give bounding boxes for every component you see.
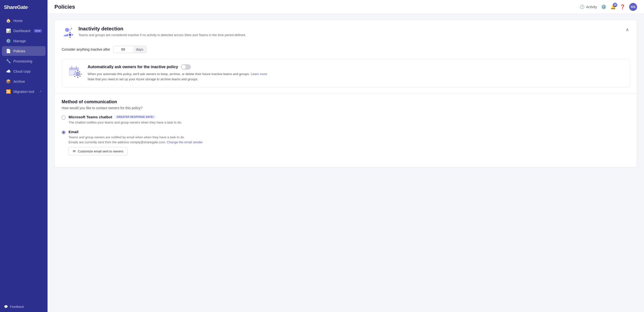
clock-icon: 🕐 xyxy=(580,4,584,9)
sidebar-item-migration-tool[interactable]: 🔀 Migration tool ↗ xyxy=(2,87,46,96)
radio-teams-chatbot[interactable] xyxy=(62,116,66,120)
manage-icon: ⚙️ xyxy=(6,38,11,43)
help-button[interactable]: ❓ xyxy=(620,4,625,10)
archive-icon: 📦 xyxy=(6,79,11,84)
customize-btn-label: Customize email sent to owners xyxy=(78,150,123,153)
user-avatar[interactable]: GS xyxy=(629,3,637,11)
inactive-days-input[interactable] xyxy=(113,46,133,53)
email-title-row: Email xyxy=(68,130,630,134)
radio-option-teams-chatbot[interactable]: Microsoft Teams chatbot GREATER RESPONSE… xyxy=(62,115,630,125)
auto-ask-icon xyxy=(68,64,83,79)
feedback-icon: 💬 xyxy=(4,305,8,309)
svg-rect-18 xyxy=(74,74,75,75)
sidebar-item-label: Migration tool xyxy=(13,90,34,94)
collapse-button[interactable]: ∧ xyxy=(625,26,630,33)
svg-point-15 xyxy=(77,73,78,75)
auto-ask-title: Automatically ask owners for the inactiv… xyxy=(88,65,178,69)
activity-button[interactable]: 🕐 Activity xyxy=(580,4,597,9)
dashboard-icon: 📊 xyxy=(6,28,11,33)
sidebar-item-provisioning[interactable]: 🔧 Provisioning xyxy=(2,56,46,66)
greater-response-badge: GREATER RESPONSE RATE! xyxy=(114,115,156,119)
sidebar-item-label: Home xyxy=(13,19,22,23)
section-divider xyxy=(55,93,637,93)
radio-option-email[interactable]: Email Teams and group owners are notifie… xyxy=(62,130,630,156)
page-title: Policies xyxy=(54,4,75,10)
svg-rect-10 xyxy=(69,68,79,70)
svg-rect-8 xyxy=(72,34,73,35)
teams-chatbot-title: Microsoft Teams chatbot xyxy=(68,115,112,119)
sidebar-item-label: Policies xyxy=(13,49,25,53)
sidebar-item-dashboard[interactable]: 📊 Dashboard NEW xyxy=(2,26,46,36)
logo-text: ShareGate xyxy=(4,4,28,10)
svg-rect-17 xyxy=(78,77,78,78)
main-content: Policies 🕐 Activity ⚙️ 🔔 29 ❓ GS xyxy=(48,0,644,312)
learn-more-link[interactable]: Learn more xyxy=(251,72,267,76)
teams-chatbot-content: Microsoft Teams chatbot GREATER RESPONSE… xyxy=(68,115,630,125)
activity-label: Activity xyxy=(586,5,597,9)
change-email-sender-link[interactable]: Change the email sender xyxy=(167,140,203,144)
email-title: Email xyxy=(68,130,78,134)
sidebar-item-label: Archive xyxy=(13,80,25,84)
teams-chatbot-title-row: Microsoft Teams chatbot GREATER RESPONSE… xyxy=(68,115,630,119)
svg-rect-7 xyxy=(67,34,68,35)
topbar: Policies 🕐 Activity ⚙️ 🔔 29 ❓ GS xyxy=(48,0,644,14)
svg-rect-6 xyxy=(70,37,70,38)
inactive-unit: days xyxy=(133,46,146,53)
sidebar-item-archive[interactable]: 📦 Archive xyxy=(2,77,46,86)
topbar-right: 🕐 Activity ⚙️ 🔔 29 ❓ GS xyxy=(580,3,637,11)
section-text: Inactivity detection Teams and groups ar… xyxy=(78,26,246,37)
logo-dot: · xyxy=(28,4,29,10)
section-header-left: z z Inactivity detection xyxy=(62,26,246,39)
inactivity-icon: z z xyxy=(62,26,74,39)
auto-ask-desc-note: Note that you need to set up your Azure … xyxy=(88,77,198,81)
dashboard-badge: NEW xyxy=(34,29,42,33)
svg-point-0 xyxy=(65,28,69,32)
auto-ask-title-row: Automatically ask owners for the inactiv… xyxy=(88,64,624,70)
sidebar-item-home[interactable]: 🏠 Home xyxy=(2,16,46,25)
email-desc-line2: Emails are currently sent from the addre… xyxy=(68,140,166,144)
cloud-copy-icon: ☁️ xyxy=(6,69,11,74)
feedback-label: Feedback xyxy=(10,305,24,309)
migration-icon: 🔀 xyxy=(6,89,11,94)
auto-ask-toggle[interactable] xyxy=(181,64,191,70)
communication-heading: Method of communication xyxy=(62,99,630,105)
svg-point-4 xyxy=(69,34,71,36)
inactive-label: Consider anything inactive after xyxy=(62,47,110,51)
settings-button[interactable]: ⚙️ xyxy=(601,4,606,10)
content-area: z z Inactivity detection xyxy=(48,14,644,312)
policies-icon: 📄 xyxy=(6,49,11,53)
notifications-button[interactable]: 🔔 29 xyxy=(610,4,616,10)
customize-email-button[interactable]: ✉ Customize email sent to owners xyxy=(68,147,128,156)
sidebar-item-label: Dashboard xyxy=(13,29,30,33)
svg-text:z: z xyxy=(70,29,70,31)
communication-desc: How would you like to contact owners for… xyxy=(62,106,630,110)
sidebar-item-label: Cloud copy xyxy=(13,69,31,73)
inactivity-header: z z Inactivity detection xyxy=(55,20,637,44)
svg-rect-19 xyxy=(80,74,82,75)
auto-ask-description: When you automate this policy, we'll ask… xyxy=(88,72,624,82)
sidebar-logo: ShareGate· xyxy=(0,0,48,13)
auto-ask-content: Automatically ask owners for the inactiv… xyxy=(88,64,624,82)
email-desc-line1: Teams and group owners are notified by e… xyxy=(68,135,185,139)
days-wrapper: days xyxy=(113,46,146,53)
sidebar-item-cloud-copy[interactable]: ☁️ Cloud copy xyxy=(2,66,46,76)
feedback-button[interactable]: 💬 Feedback xyxy=(0,301,48,312)
gear-icon: ⚙️ xyxy=(601,4,606,9)
inactive-after-row: Consider anything inactive after days xyxy=(55,44,637,59)
inactivity-subtitle: Teams and groups are considered inactive… xyxy=(78,33,246,37)
external-link-icon: ↗ xyxy=(39,90,42,93)
auto-ask-desc-text: When you automate this policy, we'll ask… xyxy=(88,72,250,76)
sidebar-item-manage[interactable]: ⚙️ Manage xyxy=(2,36,46,46)
radio-email[interactable] xyxy=(62,131,66,134)
inactivity-title: Inactivity detection xyxy=(78,26,246,32)
email-content: Email Teams and group owners are notifie… xyxy=(68,130,630,156)
email-desc: Teams and group owners are notified by e… xyxy=(68,135,630,145)
sidebar-item-policies[interactable]: 📄 Policies xyxy=(2,46,46,56)
sidebar-item-label: Provisioning xyxy=(13,59,32,63)
sidebar-item-label: Manage xyxy=(13,39,26,43)
communication-section: Method of communication How would you li… xyxy=(55,99,637,167)
teams-chatbot-desc: The chatbot notifies your teams and grou… xyxy=(68,120,630,125)
home-icon: 🏠 xyxy=(6,18,11,23)
help-icon: ❓ xyxy=(620,4,625,9)
sidebar: ShareGate· 🏠 Home 📊 Dashboard NEW ⚙️ Man… xyxy=(0,0,48,312)
